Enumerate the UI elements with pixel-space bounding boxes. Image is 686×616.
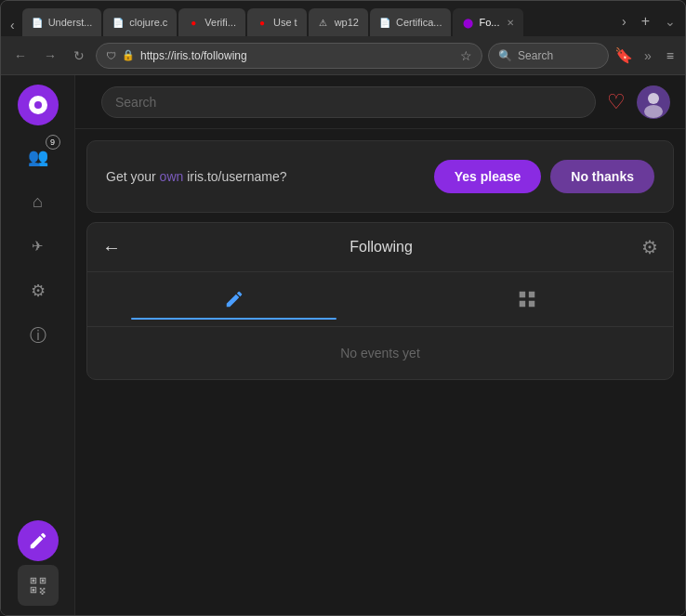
tab-bar-right: › + ⌄ <box>616 10 681 36</box>
view-tabs <box>87 272 673 327</box>
banner-own: own <box>160 169 184 184</box>
app-container: 👥 9 ⌂ ✈ ⚙ ⓘ <box>1 75 685 615</box>
back-button[interactable]: ← <box>8 45 33 67</box>
tab-following[interactable]: ⬤ Fo... ✕ <box>453 8 523 36</box>
security-icon: 🛡 <box>106 50 116 61</box>
nav-bar: ← → ↻ 🛡 🔒 https://iris.to/following ☆ 🔍 … <box>1 36 685 75</box>
search-nav-icon: 🔍 <box>498 49 512 62</box>
following-section: ← Following ⚙ <box>86 222 674 380</box>
app-search-box[interactable]: Search <box>101 86 596 118</box>
home-icon: ⌂ <box>33 192 43 212</box>
browser-search-bar[interactable]: 🔍 Search <box>488 43 609 69</box>
tab-scroll-right[interactable]: › <box>616 10 632 33</box>
tab-wp12[interactable]: ⚠ wp12 <box>309 8 368 36</box>
feed-pen-icon <box>224 289 244 309</box>
svg-point-2 <box>644 105 663 118</box>
main-content: Search ♡ Get your own iris.to/username? <box>75 75 685 615</box>
content-area: Get your own iris.to/username? Yes pleas… <box>75 129 685 615</box>
app-logo[interactable] <box>18 85 59 125</box>
tab-label-verify: Verifi... <box>204 17 236 28</box>
app-top-bar: Search ♡ <box>75 75 685 129</box>
tab-bar: ‹ 📄 Underst... 📄 clojure.c ● Verifi... ●… <box>1 1 685 36</box>
tab-grid[interactable] <box>380 280 673 319</box>
tab-favicon-clojure: 📄 <box>112 17 124 28</box>
info-icon: ⓘ <box>30 324 46 347</box>
notification-badge: 9 <box>46 135 60 150</box>
browser-menu-button[interactable]: ≡ <box>663 45 678 67</box>
banner-suffix: iris.to/username? <box>183 169 286 184</box>
search-nav-text: Search <box>518 49 553 62</box>
tab-label-understand: Underst... <box>48 17 93 28</box>
favorites-heart-icon[interactable]: ♡ <box>607 90 626 114</box>
following-back-button[interactable]: ← <box>102 237 121 258</box>
tab-label-clojure: clojure.c <box>129 17 167 28</box>
sidebar-item-info[interactable]: ⓘ <box>18 315 59 356</box>
forward-button[interactable]: → <box>38 45 62 67</box>
reload-button[interactable]: ↻ <box>68 45 90 67</box>
sidebar-item-write[interactable] <box>18 520 59 561</box>
sidebar-item-notifications[interactable]: 👥 9 <box>18 137 59 177</box>
sidebar-item-settings[interactable]: ⚙ <box>18 270 59 311</box>
tab-clojure[interactable]: 📄 clojure.c <box>103 8 177 36</box>
tab-favicon-understand: 📄 <box>32 17 43 28</box>
tab-bar-left: ‹ <box>5 14 20 36</box>
tab-favicon-use: ● <box>257 17 268 28</box>
banner-buttons: Yes please No thanks <box>434 160 654 193</box>
tab-label-use: Use t <box>273 17 297 28</box>
qr-code-icon <box>28 575 48 596</box>
tab-label-following: Fo... <box>479 17 499 28</box>
grid-view-icon <box>517 289 537 309</box>
send-icon: ✈ <box>32 238 44 255</box>
pen-write-icon <box>28 531 48 551</box>
tab-favicon-wp12: ⚠ <box>318 17 329 28</box>
notification-bell-icon: 👥 <box>28 147 48 167</box>
avatar-image <box>637 85 670 119</box>
extensions-button[interactable]: » <box>639 45 657 67</box>
settings-icon: ⚙ <box>31 281 46 301</box>
sidebar-item-messages[interactable]: ✈ <box>18 226 59 267</box>
lock-icon: 🔒 <box>122 49 135 61</box>
user-avatar[interactable] <box>637 85 670 119</box>
following-header: ← Following ⚙ <box>87 223 673 272</box>
new-tab-button[interactable]: + <box>636 11 655 32</box>
browser-window: ‹ 📄 Underst... 📄 clojure.c ● Verifi... ●… <box>0 0 686 616</box>
sidebar: 👥 9 ⌂ ✈ ⚙ ⓘ <box>1 75 75 615</box>
following-title: Following <box>130 239 632 256</box>
tab-menu-button[interactable]: ⌄ <box>659 10 681 33</box>
tab-scroll-left[interactable]: ‹ <box>5 14 20 36</box>
logo-dot <box>34 101 42 109</box>
tab-close-following[interactable]: ✕ <box>507 18 514 28</box>
sidebar-item-home[interactable]: ⌂ <box>18 181 59 222</box>
yes-please-button[interactable]: Yes please <box>434 160 542 193</box>
no-events-message: No events yet <box>87 327 673 379</box>
logo-inner <box>29 96 47 114</box>
tab-understand[interactable]: 📄 Underst... <box>22 8 102 36</box>
tab-verify[interactable]: ● Verifi... <box>178 8 245 36</box>
tab-label-wp12: wp12 <box>335 17 359 28</box>
banner-prefix: Get your <box>106 169 160 184</box>
svg-point-1 <box>648 93 659 104</box>
bookmark-star[interactable]: ☆ <box>460 48 472 63</box>
app-search-placeholder: Search <box>115 95 156 110</box>
url-text: https://iris.to/following <box>140 49 455 62</box>
bookmarks-icon[interactable]: 🔖 <box>614 46 633 64</box>
tab-favicon-following: ⬤ <box>462 17 473 28</box>
following-settings-icon[interactable]: ⚙ <box>641 236 658 258</box>
tab-label-certifica: Certifica... <box>396 17 442 28</box>
no-events-text: No events yet <box>340 346 420 360</box>
tab-certifica[interactable]: 📄 Certifica... <box>370 8 452 36</box>
tab-favicon-verify: ● <box>188 17 199 28</box>
banner-text: Get your own iris.to/username? <box>106 169 287 184</box>
tab-feed[interactable] <box>87 280 380 319</box>
no-thanks-button[interactable]: No thanks <box>550 160 654 193</box>
address-bar[interactable]: 🛡 🔒 https://iris.to/following ☆ <box>96 43 482 69</box>
username-banner: Get your own iris.to/username? Yes pleas… <box>86 140 674 213</box>
tab-use[interactable]: ● Use t <box>247 8 307 36</box>
sidebar-item-qr[interactable] <box>18 565 59 606</box>
tab-favicon-certifica: 📄 <box>379 17 390 28</box>
